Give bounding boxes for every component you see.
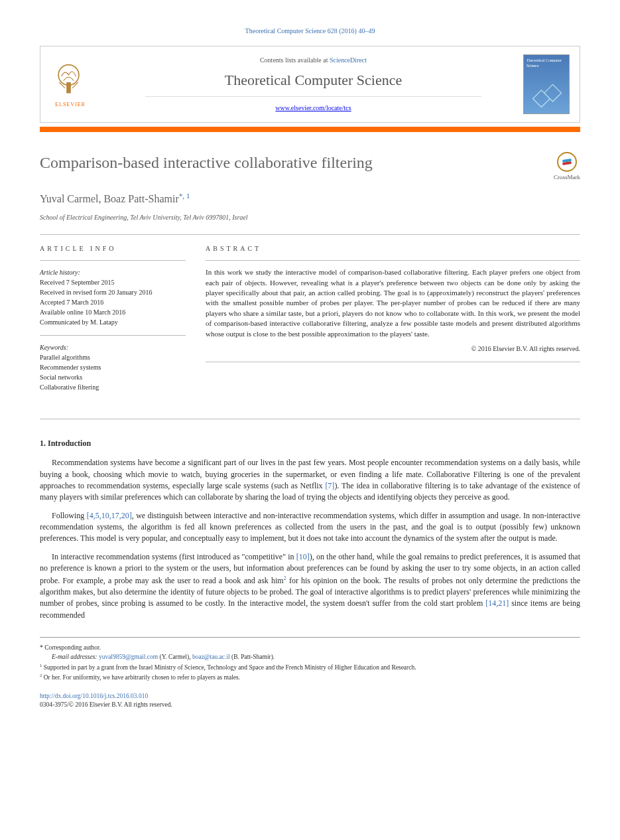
history-item: Received in revised form 20 January 2016 xyxy=(40,287,186,297)
journal-homepage-link[interactable]: www.elsevier.com/locate/tcs xyxy=(275,104,351,111)
contents-available: Contents lists available at ScienceDirec… xyxy=(103,56,523,65)
keyword: Social networks xyxy=(40,372,186,382)
body-divider xyxy=(40,419,580,419)
abstract-heading: ABSTRACT xyxy=(206,244,580,253)
sciencedirect-link[interactable]: ScienceDirect xyxy=(330,56,367,64)
crossmark-badge[interactable]: CrossMark xyxy=(554,152,580,182)
abstract-text: In this work we study the interactive mo… xyxy=(206,267,580,339)
info-divider xyxy=(40,260,186,261)
author-names: Yuval Carmel, Boaz Patt-Shamir xyxy=(40,193,179,204)
history-item: Communicated by M. Latapy xyxy=(40,317,186,327)
citation-link[interactable]: [4,5,10,17,20] xyxy=(87,511,132,520)
abstract-divider xyxy=(206,260,580,261)
email-link[interactable]: yuval9859@gmail.com xyxy=(99,654,158,660)
contents-prefix: Contents lists available at xyxy=(260,56,330,64)
footnote-2: 2 Or her. For uniformity, we have arbitr… xyxy=(40,672,580,682)
keywords-block: Keywords: Parallel algorithms Recommende… xyxy=(40,342,186,392)
keyword: Parallel algorithms xyxy=(40,352,186,362)
history-item: Accepted 7 March 2016 xyxy=(40,297,186,307)
keyword: Collaborative filtering xyxy=(40,382,186,392)
corresponding-author-note: * Corresponding author. xyxy=(40,643,580,652)
keywords-label: Keywords: xyxy=(40,342,186,352)
tree-icon xyxy=(50,60,87,97)
body-paragraph: Recommendation systems have become a sig… xyxy=(40,457,580,504)
email-line: E-mail addresses: yuval9859@gmail.com (Y… xyxy=(40,652,580,662)
abstract-copyright: © 2016 Elsevier B.V. All rights reserved… xyxy=(206,344,580,354)
publisher-name: ELSEVIER xyxy=(50,101,90,108)
abstract-bottom-divider xyxy=(206,362,580,362)
header-divider xyxy=(145,96,481,97)
email-link[interactable]: boaz@tau.ac.il xyxy=(192,654,230,660)
affiliation: School of Electrical Engineering, Tel Av… xyxy=(40,213,580,222)
author-marker-link[interactable]: *, 1 xyxy=(179,193,190,204)
article-history-block: Article history: Received 7 September 20… xyxy=(40,267,186,327)
article-title: Comparison-based interactive collaborati… xyxy=(40,152,554,175)
footnotes-block: * Corresponding author. E-mail addresses… xyxy=(40,637,580,682)
footnote-1: 1 Supported in part by a grant from the … xyxy=(40,662,580,672)
authors: Yuval Carmel, Boaz Patt-Shamir*, 1 xyxy=(40,191,580,207)
cover-graphic-icon xyxy=(527,82,567,110)
body-paragraph: In interactive recommendation systems (f… xyxy=(40,551,580,621)
svg-rect-0 xyxy=(66,82,71,94)
footer-meta: http://dx.doi.org/10.1016/j.tcs.2016.03.… xyxy=(40,692,580,710)
email-attribution: (B. Patt-Shamir). xyxy=(230,654,275,660)
cover-text: Theoretical Computer Science xyxy=(524,55,569,72)
article-info-heading: ARTICLE INFO xyxy=(40,244,186,253)
email-attribution: (Y. Carmel), xyxy=(158,654,192,660)
abstract-column: ABSTRACT In this work we study the inter… xyxy=(206,244,580,400)
crossmark-label: CrossMark xyxy=(554,173,580,182)
journal-cover-thumbnail: Theoretical Computer Science xyxy=(523,54,570,114)
citation-link[interactable]: [7] xyxy=(325,481,334,490)
journal-title: Theoretical Computer Science xyxy=(103,70,523,91)
intro-heading: 1. Introduction xyxy=(40,438,580,449)
text-span: Following xyxy=(52,511,87,520)
body-paragraph: Following [4,5,10,17,20], we distinguish… xyxy=(40,510,580,545)
citation-link[interactable]: [14,21] xyxy=(485,598,509,608)
issn-copyright: 0304-3975/© 2016 Elsevier B.V. All right… xyxy=(40,701,172,708)
doi-link[interactable]: http://dx.doi.org/10.1016/j.tcs.2016.03.… xyxy=(40,693,148,699)
email-label: E-mail addresses: xyxy=(52,654,99,660)
journal-header: ELSEVIER Contents lists available at Sci… xyxy=(40,46,580,123)
citation-link[interactable]: [10] xyxy=(296,552,310,561)
section-divider xyxy=(40,234,580,235)
article-info-column: ARTICLE INFO Article history: Received 7… xyxy=(40,244,186,400)
keyword: Recommender systems xyxy=(40,362,186,372)
history-item: Available online 10 March 2016 xyxy=(40,307,186,317)
article-body: 1. Introduction Recommendation systems h… xyxy=(40,438,580,621)
info-divider xyxy=(40,335,186,336)
citation-line: Theoretical Computer Science 628 (2016) … xyxy=(40,27,580,36)
elsevier-logo: ELSEVIER xyxy=(50,60,90,109)
accent-bar xyxy=(40,127,580,132)
crossmark-icon xyxy=(557,152,577,172)
text-span: In interactive recommendation systems (f… xyxy=(52,552,296,561)
history-label: Article history: xyxy=(40,267,186,277)
history-item: Received 7 September 2015 xyxy=(40,277,186,287)
